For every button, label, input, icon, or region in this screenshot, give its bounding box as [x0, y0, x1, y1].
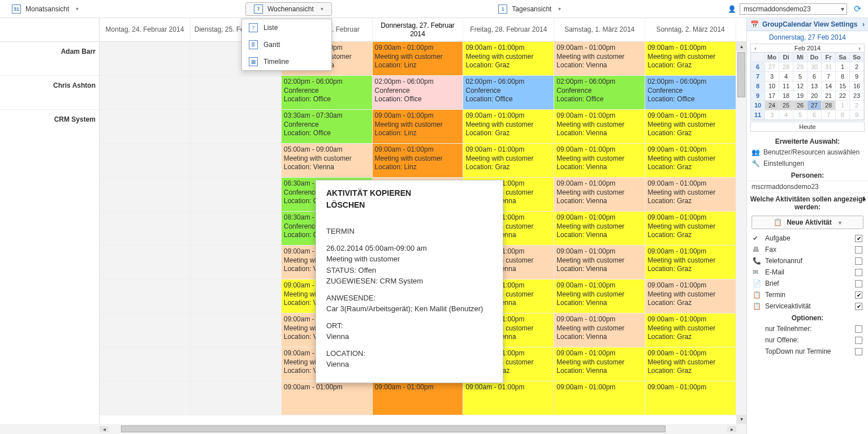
- minical-day[interactable]: 24: [765, 101, 779, 110]
- checkbox[interactable]: [855, 325, 862, 333]
- event-cell[interactable]: 09:00am - 01:00pmMeeting with customerLo…: [645, 246, 736, 280]
- event-cell[interactable]: 09:00am - 01:00pmMeeting with customerLo…: [373, 42, 464, 76]
- minical-day[interactable]: 6: [807, 110, 822, 120]
- minical-day[interactable]: 2: [850, 101, 864, 110]
- option-row[interactable]: nur Offene:: [747, 334, 868, 346]
- day-header[interactable]: Sonntag, 2. März 2014: [645, 18, 736, 41]
- minical-day[interactable]: 8: [836, 110, 850, 120]
- week-number[interactable]: 8: [751, 81, 765, 91]
- event-cell[interactable]: 09:00am - 01:00pm: [373, 381, 464, 415]
- week-number[interactable]: 11: [751, 110, 765, 120]
- event-cell[interactable]: 09:00am - 01:00pmMeeting with customerLo…: [645, 178, 736, 212]
- new-activity-button[interactable]: 📋 Neue Aktivität ▾: [752, 216, 863, 229]
- event-cell[interactable]: 09:00am - 01:00pmMeeting with customerLo…: [554, 110, 645, 144]
- checkbox[interactable]: [855, 280, 862, 287]
- empty-cell[interactable]: [100, 144, 191, 178]
- activity-type-row[interactable]: 📞 Telefonanruf: [747, 255, 868, 267]
- empty-cell[interactable]: [191, 381, 282, 415]
- empty-cell[interactable]: [191, 178, 282, 212]
- empty-cell[interactable]: [191, 280, 282, 313]
- event-cell[interactable]: 09:00am - 01:00pmMeeting with customerLo…: [554, 212, 645, 246]
- resource-row[interactable]: Adam Barr: [0, 42, 99, 76]
- event-cell[interactable]: 02:00pm - 06:00pmConferenceLocation: Off…: [645, 76, 736, 110]
- minical-day[interactable]: 15: [836, 81, 850, 91]
- minical-day[interactable]: 27: [765, 62, 779, 72]
- minical-day[interactable]: 9: [850, 110, 864, 120]
- checkbox[interactable]: [855, 257, 862, 265]
- mini-calendar[interactable]: MoDiMiDoFrSaSo62728293031127345678981011…: [750, 53, 865, 121]
- empty-cell[interactable]: [100, 347, 191, 381]
- event-cell[interactable]: 09:00am - 01:00pmMeeting with customerLo…: [463, 144, 554, 178]
- event-cell[interactable]: 09:00am - 01:00pmMeeting with customerLo…: [554, 246, 645, 280]
- prev-month-button[interactable]: ‹: [751, 44, 760, 52]
- view-day-tab[interactable]: 1 Tagesansicht ▾: [490, 2, 569, 16]
- minical-day[interactable]: 8: [836, 72, 850, 81]
- event-cell[interactable]: 09:00am - 01:00pmMeeting with customerLo…: [554, 42, 645, 76]
- empty-cell[interactable]: [100, 42, 191, 76]
- empty-cell[interactable]: [191, 110, 282, 144]
- view-month-tab[interactable]: 31 Monatsansicht ▾: [3, 2, 87, 16]
- checkbox[interactable]: [855, 303, 862, 310]
- empty-cell[interactable]: [100, 381, 191, 415]
- minical-day[interactable]: 22: [836, 91, 850, 101]
- event-cell[interactable]: 09:00am - 01:00pmMeeting with customerLo…: [645, 42, 736, 76]
- week-number[interactable]: 6: [751, 62, 765, 72]
- event-cell[interactable]: 09:00am - 01:00pmMeeting with customerLo…: [463, 42, 554, 76]
- user-selector[interactable]: 👤 mscrmaddonsdemo23: [728, 3, 847, 15]
- empty-cell[interactable]: [191, 246, 282, 280]
- horizontal-scrollbar[interactable]: ◂ ▸: [0, 424, 746, 434]
- checkbox[interactable]: [855, 246, 862, 253]
- dropdown-item-liste[interactable]: 7 Liste: [242, 19, 331, 36]
- minical-day[interactable]: 1: [836, 62, 850, 72]
- scroll-left-arrow[interactable]: ◂: [100, 426, 109, 432]
- empty-cell[interactable]: [100, 178, 191, 212]
- minical-day[interactable]: 27: [807, 101, 822, 110]
- scroll-thumb[interactable]: [737, 52, 745, 97]
- day-header[interactable]: Donnerstag, 27. Februar 2014: [373, 18, 464, 41]
- empty-cell[interactable]: [100, 313, 191, 347]
- minical-day[interactable]: 1: [836, 101, 850, 110]
- empty-cell[interactable]: [191, 313, 282, 347]
- minical-day[interactable]: 19: [793, 91, 807, 101]
- next-month-button[interactable]: ›: [855, 44, 864, 52]
- minical-day[interactable]: 12: [793, 81, 807, 91]
- resource-row[interactable]: Chris Ashton: [0, 76, 99, 110]
- minical-day[interactable]: 14: [822, 81, 836, 91]
- event-cell[interactable]: 02:00pm - 06:00pmConferenceLocation: Off…: [463, 76, 554, 110]
- day-header[interactable]: Montag, 24. Februar 2014: [100, 18, 191, 41]
- minical-day[interactable]: 20: [807, 91, 822, 101]
- week-number[interactable]: 9: [751, 91, 765, 101]
- event-cell[interactable]: 09:00am - 01:00pmMeeting with customerLo…: [554, 280, 645, 313]
- event-cell[interactable]: 09:00am - 01:00pm: [282, 381, 373, 415]
- minical-day[interactable]: 29: [793, 62, 807, 72]
- event-cell[interactable]: 02:00pm - 06:00pmConferenceLocation: Off…: [554, 76, 645, 110]
- minical-day[interactable]: 18: [779, 91, 793, 101]
- scroll-thumb[interactable]: [121, 426, 666, 432]
- option-row[interactable]: TopDown nur Termine: [747, 346, 868, 357]
- settings-header[interactable]: 📅 GroupCalendar View Settings ›: [747, 18, 868, 31]
- minical-day[interactable]: 28: [822, 101, 836, 110]
- minical-day[interactable]: 26: [793, 101, 807, 110]
- minical-day[interactable]: 25: [779, 101, 793, 110]
- minical-day[interactable]: 11: [779, 81, 793, 91]
- minical-day[interactable]: 5: [793, 72, 807, 81]
- minical-day[interactable]: 13: [807, 81, 822, 91]
- checkbox[interactable]: [855, 269, 862, 276]
- today-button[interactable]: Heute: [750, 122, 865, 132]
- event-cell[interactable]: 09:00am - 01:00pmMeeting with customerLo…: [645, 313, 736, 347]
- day-header[interactable]: Samstag, 1. März 2014: [554, 18, 645, 41]
- minical-day[interactable]: 5: [793, 110, 807, 120]
- empty-cell[interactable]: [191, 144, 282, 178]
- event-cell[interactable]: 09:00am - 01:00pmMeeting with customerLo…: [463, 110, 554, 144]
- event-cell[interactable]: 09:00am - 01:00pmMeeting with customerLo…: [554, 144, 645, 178]
- checkbox[interactable]: [855, 337, 862, 344]
- empty-cell[interactable]: [191, 212, 282, 246]
- minical-day[interactable]: 30: [807, 62, 822, 72]
- minical-day[interactable]: 17: [765, 91, 779, 101]
- person-entry[interactable]: mscrmaddonsdemo23: [747, 181, 868, 193]
- activity-type-row[interactable]: 📋 Serviceaktivität: [747, 300, 868, 312]
- event-cell[interactable]: 09:00am - 01:00pm: [463, 381, 554, 415]
- minical-day[interactable]: 4: [779, 110, 793, 120]
- empty-cell[interactable]: [191, 347, 282, 381]
- day-header[interactable]: Freitag, 28. Februar 2014: [463, 18, 554, 41]
